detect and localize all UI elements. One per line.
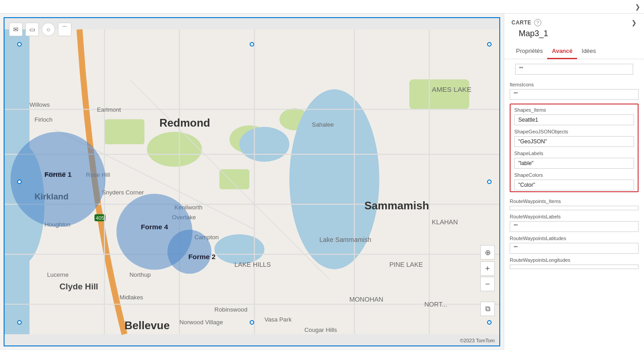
handle-tl[interactable]	[17, 42, 22, 47]
handle-tr[interactable]	[487, 42, 492, 47]
prop-group-first: ""	[504, 61, 644, 79]
layer-button[interactable]: ⧉	[480, 302, 495, 316]
tool-envelope[interactable]: ✉	[9, 23, 23, 36]
routewaypoints-lat-input[interactable]: ""	[510, 243, 639, 254]
svg-text:Bellevue: Bellevue	[124, 319, 170, 331]
panel-collapse-button[interactable]: ❯	[631, 19, 637, 26]
tool-rect[interactable]: ▭	[25, 23, 39, 36]
panel-header: CARTE ? ❯ Map3_1	[504, 14, 644, 44]
svg-text:Sammamish: Sammamish	[365, 199, 429, 212]
shapecolors-input[interactable]	[514, 180, 634, 190]
panel-tabs: Propriétés Avancé Idées	[504, 44, 644, 59]
map-copyright: ©2023 TomTom	[460, 338, 495, 343]
panel-content: "" ItemsIcons "" Shapes_Items ShapeGeoJS…	[504, 59, 644, 350]
handle-br[interactable]	[487, 320, 492, 325]
routewaypoints-items-label: RouteWaypoints_Items	[504, 196, 644, 205]
top-bar: ❯	[0, 0, 644, 14]
shapegeo-label: ShapeGeoJSONObjects	[511, 126, 638, 135]
svg-text:Sahalee: Sahalee	[312, 121, 334, 128]
routewaypoints-labels-input[interactable]: ""	[510, 221, 639, 232]
svg-text:Vasa Park: Vasa Park	[265, 316, 292, 323]
prop-itemsicons-group: ItemsIcons ""	[504, 79, 644, 100]
handle-mr[interactable]	[487, 180, 492, 184]
shapegeo-input[interactable]	[514, 136, 634, 147]
svg-text:Midlakes: Midlakes	[119, 294, 143, 301]
svg-text:Forme 1: Forme 1	[44, 170, 72, 178]
svg-text:Snyders Corner: Snyders Corner	[102, 189, 144, 196]
svg-text:Lucerne: Lucerne	[47, 271, 69, 278]
svg-text:Lake Sammamish: Lake Sammamish	[319, 236, 371, 243]
panel-title-row: CARTE ? ❯	[511, 19, 637, 26]
prop-input-first[interactable]: ""	[515, 64, 633, 75]
svg-text:Forme 4: Forme 4	[141, 223, 168, 231]
svg-text:PINE LAKE: PINE LAKE	[389, 261, 423, 268]
svg-rect-6	[219, 169, 249, 189]
svg-text:Cougar Hills: Cougar Hills	[304, 326, 337, 333]
svg-rect-5	[409, 79, 469, 109]
route-waypoints-group: RouteWaypoints_Items RouteWaypointsLabel…	[504, 196, 644, 269]
svg-text:Firloch: Firloch	[34, 116, 52, 123]
shapes-items-label: Shapes_Items	[511, 104, 638, 114]
tab-proprietes[interactable]: Propriétés	[511, 44, 547, 59]
shapes-section: Shapes_Items ShapeGeoJSONObjects ShapeLa…	[510, 104, 639, 192]
handle-bl[interactable]	[17, 320, 22, 325]
prop-itemsicons-label: ItemsIcons	[504, 79, 644, 88]
svg-text:Northup: Northup	[129, 271, 151, 278]
routewaypoints-lon-input[interactable]	[510, 265, 639, 269]
shapecolors-label: ShapeColors	[511, 170, 638, 179]
svg-text:Norwood Village: Norwood Village	[180, 319, 223, 326]
svg-point-55	[10, 132, 105, 227]
svg-point-9	[239, 127, 289, 161]
svg-point-8	[214, 234, 265, 264]
shapes-items-input[interactable]	[514, 114, 634, 125]
map-svg: 405 Redmond Kirkland Bellevue Sammamish …	[5, 18, 499, 345]
collapse-panel-icon[interactable]: ❯	[635, 3, 640, 10]
panel-title: CARTE	[511, 19, 531, 26]
map-name-label: Map3_1	[511, 28, 637, 42]
handle-tm[interactable]	[250, 42, 254, 47]
svg-text:405: 405	[96, 215, 104, 221]
svg-text:Earlmont: Earlmont	[97, 106, 121, 113]
routewaypoints-labels-label: RouteWaypointsLabels	[504, 211, 644, 220]
shapelabels-label: ShapeLabels	[511, 148, 638, 157]
help-icon[interactable]: ?	[534, 19, 541, 26]
svg-text:MONOHAN: MONOHAN	[349, 296, 383, 303]
tool-path[interactable]: ⌒	[58, 23, 71, 36]
zoom-out-button[interactable]: −	[480, 277, 495, 291]
compass-button[interactable]: ⊕	[480, 245, 495, 260]
tab-avance[interactable]: Avancé	[547, 44, 577, 59]
zoom-controls: + −	[480, 261, 495, 291]
svg-text:Robinswood: Robinswood	[214, 306, 247, 313]
svg-text:Redmond: Redmond	[160, 117, 210, 129]
prop-itemsicons-input[interactable]: ""	[510, 89, 639, 100]
svg-text:KLAHAN: KLAHAN	[432, 218, 458, 226]
routewaypoints-lon-label: RouteWaypointsLongitudes	[504, 255, 644, 264]
tab-idees[interactable]: Idées	[577, 44, 601, 59]
svg-text:Clyde Hill: Clyde Hill	[60, 282, 99, 291]
main-content: 405 Redmond Kirkland Bellevue Sammamish …	[0, 14, 644, 350]
svg-text:Forme 2: Forme 2	[188, 253, 215, 260]
shapelabels-input[interactable]	[514, 158, 634, 169]
handle-ml[interactable]	[17, 180, 22, 184]
map-toolbar: ✉ ▭ ○ ⌒	[9, 23, 71, 36]
svg-text:NORT...: NORT...	[424, 301, 447, 308]
zoom-in-button[interactable]: +	[480, 261, 495, 276]
right-panel: CARTE ? ❯ Map3_1 Propriétés Avancé Idées…	[504, 14, 644, 350]
svg-text:Willows: Willows	[29, 101, 50, 108]
svg-point-59	[167, 230, 211, 274]
svg-rect-3	[104, 119, 144, 144]
svg-text:LAKE HILLS: LAKE HILLS	[234, 261, 271, 268]
routewaypoints-lat-label: RouteWaypointsLatitudes	[504, 233, 644, 242]
tool-circle[interactable]: ○	[42, 23, 55, 36]
svg-text:AMES LAKE: AMES LAKE	[432, 85, 472, 93]
map-container[interactable]: 405 Redmond Kirkland Bellevue Sammamish …	[4, 17, 500, 346]
svg-point-1	[147, 132, 202, 166]
routewaypoints-items-input[interactable]	[510, 206, 639, 210]
handle-bm[interactable]	[250, 320, 254, 325]
